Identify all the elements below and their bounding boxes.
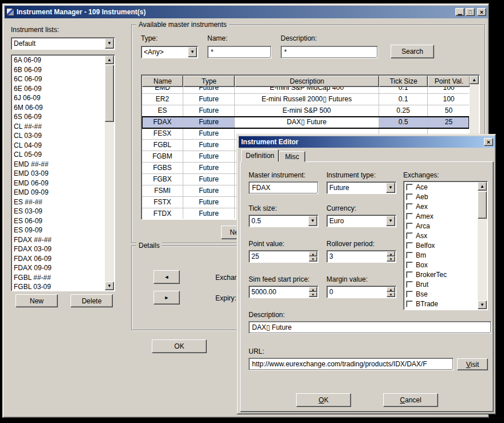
exchange-item[interactable]: Aeb — [404, 192, 477, 201]
instrument-list-select[interactable]: Default ▼ — [11, 37, 115, 50]
editor-description-input[interactable] — [249, 322, 491, 333]
exchange-item[interactable]: Box — [404, 260, 477, 270]
exchanges-scrollbar[interactable]: ▲ ▼ — [478, 182, 487, 309]
checkbox[interactable] — [406, 281, 413, 288]
minimize-button[interactable]: ▁ — [455, 8, 464, 16]
instrument-type-select[interactable]: Future ▼ — [326, 181, 396, 194]
tick-size-select[interactable]: 0.5 ▼ — [249, 215, 318, 227]
type-select[interactable]: <Any> ▼ — [141, 46, 198, 58]
move-right-button[interactable]: ► — [153, 291, 180, 305]
type-dropdown-button[interactable]: ▼ — [188, 47, 197, 57]
rollover-period-spinner[interactable]: 3 ▲ ▼ — [326, 250, 396, 263]
list-item[interactable]: 6E 06-09 — [12, 84, 104, 94]
currency-dropdown-button[interactable]: ▼ — [386, 216, 395, 226]
spin-down-button[interactable]: ▼ — [309, 256, 317, 262]
list-item[interactable]: ES 09-09 — [12, 226, 104, 235]
list-item[interactable]: 6B 06-09 — [12, 65, 104, 75]
list-item[interactable]: FDAX ##-## — [12, 235, 104, 245]
checkbox[interactable] — [406, 262, 413, 268]
table-row[interactable]: EMD Future E-mini S&P MidCap 400 0.1 100 — [142, 87, 469, 94]
name-input[interactable] — [208, 46, 271, 58]
editor-title-bar[interactable]: Instrument Editor × — [239, 136, 495, 148]
close-button[interactable]: × — [477, 8, 486, 16]
exchange-item[interactable]: Aex — [404, 201, 477, 211]
scroll-down-button[interactable]: ▼ — [105, 282, 114, 290]
tab-definition[interactable]: Definition — [241, 149, 279, 162]
scrollbar-thumb[interactable] — [478, 191, 487, 219]
list-item[interactable]: ES 03-09 — [12, 207, 104, 216]
ok-button[interactable]: OK — [152, 339, 207, 353]
checkbox[interactable] — [406, 271, 413, 278]
checkbox[interactable] — [406, 184, 413, 191]
editor-close-button[interactable]: × — [484, 138, 493, 146]
list-item[interactable]: EMD 09-09 — [12, 188, 104, 197]
list-item[interactable]: EMD ##-## — [12, 160, 104, 169]
search-button[interactable]: Search — [391, 45, 434, 58]
url-input[interactable] — [249, 358, 453, 370]
spin-up-button[interactable]: ▲ — [309, 287, 317, 292]
sim-feed-start-price-spinner[interactable]: 5000.00 ▲ ▼ — [249, 286, 318, 298]
editor-ok-button[interactable]: OK — [296, 393, 351, 407]
column-header-description[interactable]: Description — [235, 76, 379, 87]
table-row[interactable]: ES Future E-mini S&P 500 0.25 50 — [142, 105, 469, 117]
list-item[interactable]: FDAX 09-09 — [12, 263, 104, 273]
maximize-button[interactable]: □ — [466, 8, 475, 16]
point-value-spinner[interactable]: 25 ▲ ▼ — [249, 250, 318, 263]
instrument-list-dropdown-button[interactable]: ▼ — [105, 38, 114, 49]
spin-up-button[interactable]: ▲ — [387, 251, 395, 256]
list-item[interactable]: FGBL 03-09 — [12, 282, 104, 290]
spin-down-button[interactable]: ▼ — [387, 256, 395, 262]
list-item[interactable]: EMD 03-09 — [12, 169, 104, 179]
scrollbar-thumb[interactable] — [105, 65, 114, 122]
instrument-list-scrollbar[interactable]: ▲ ▼ — [105, 56, 114, 290]
exchange-item[interactable]: Bm — [404, 250, 477, 260]
delete-list-button[interactable]: Delete — [70, 294, 113, 307]
column-header-tick-size[interactable]: Tick Size — [379, 76, 428, 87]
exchange-item[interactable]: BTrade — [404, 299, 477, 309]
exchange-item[interactable]: Asx — [404, 231, 477, 240]
column-header-point-val[interactable]: Point Val. — [428, 76, 470, 87]
list-item[interactable]: ES 06-09 — [12, 216, 104, 226]
list-item[interactable]: FDAX 06-09 — [12, 254, 104, 264]
tab-misc[interactable]: Misc — [279, 151, 305, 162]
list-item[interactable]: ES ##-## — [12, 197, 104, 207]
list-item[interactable]: 6M 06-09 — [12, 103, 104, 113]
checkbox[interactable] — [406, 301, 413, 307]
scroll-up-button[interactable]: ▲ — [105, 56, 114, 64]
exchange-item[interactable]: Bse — [404, 289, 477, 299]
list-item[interactable]: FGBL ##-## — [12, 273, 104, 283]
scroll-up-button[interactable]: ▲ — [478, 182, 487, 191]
spin-up-button[interactable]: ▲ — [309, 251, 317, 256]
list-item[interactable]: CL 04-09 — [12, 141, 104, 151]
list-item[interactable]: FDAX 03-09 — [12, 244, 104, 254]
title-bar[interactable]: Instrument Manager - 109 Instrument(s) ▁… — [5, 6, 488, 18]
table-row[interactable]: ER2 Future E-mini Russell 2000▯ Futures … — [142, 94, 469, 105]
list-item[interactable]: 6A 06-09 — [12, 56, 104, 65]
checkbox[interactable] — [406, 242, 413, 249]
spin-down-button[interactable]: ▼ — [309, 292, 317, 297]
exchange-item[interactable]: Belfox — [404, 240, 477, 250]
list-item[interactable]: CL ##-## — [12, 122, 104, 132]
scroll-down-button[interactable]: ▼ — [478, 301, 487, 309]
list-item[interactable]: CL 03-09 — [12, 131, 104, 141]
visit-button[interactable]: Visit — [457, 358, 488, 370]
list-item[interactable]: EMD 06-09 — [12, 179, 104, 188]
spin-down-button[interactable]: ▼ — [387, 292, 395, 297]
editor-cancel-button[interactable]: Cancel — [383, 393, 438, 407]
spin-up-button[interactable]: ▲ — [387, 287, 395, 292]
checkbox[interactable] — [406, 213, 413, 220]
exchange-item[interactable]: Ace — [404, 182, 477, 192]
checkbox[interactable] — [406, 291, 413, 298]
exchange-item[interactable]: Brut — [404, 279, 477, 289]
list-item[interactable]: 6C 06-09 — [12, 74, 104, 84]
checkbox[interactable] — [406, 203, 413, 210]
currency-select[interactable]: Euro ▼ — [326, 215, 396, 227]
tick-size-dropdown-button[interactable]: ▼ — [308, 216, 317, 226]
new-list-button[interactable]: New — [15, 294, 58, 307]
checkbox[interactable] — [406, 232, 413, 239]
move-left-button[interactable]: ◄ — [153, 270, 180, 284]
checkbox[interactable] — [406, 223, 413, 230]
column-header-type[interactable]: Type — [183, 76, 235, 87]
list-item[interactable]: 6J 06-09 — [12, 93, 104, 103]
description-input[interactable] — [281, 46, 377, 58]
